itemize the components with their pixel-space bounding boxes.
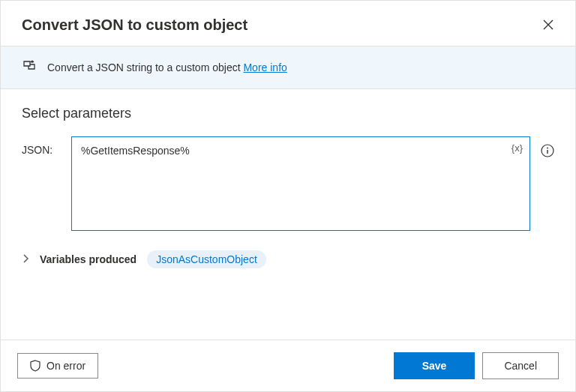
svg-point-1: [547, 148, 548, 149]
banner-description: Convert a JSON string to a custom object: [47, 61, 243, 73]
insert-variable-button[interactable]: {x}: [512, 142, 523, 154]
info-button[interactable]: [541, 144, 554, 160]
title-bar: Convert JSON to custom object: [1, 1, 575, 46]
info-icon: [541, 144, 554, 157]
more-info-link[interactable]: More info: [243, 61, 286, 73]
variables-expand-toggle[interactable]: [22, 253, 29, 266]
action-icon: [22, 58, 37, 76]
close-icon: [543, 19, 554, 30]
variables-produced-label: Variables produced: [40, 253, 136, 265]
close-button[interactable]: [539, 16, 557, 34]
chevron-right-icon: [22, 254, 29, 263]
footer-actions: Save Cancel: [394, 352, 559, 379]
json-input-wrap: {x}: [71, 136, 530, 234]
dialog-footer: On error Save Cancel: [1, 340, 575, 391]
info-banner: Convert a JSON string to a custom object…: [1, 46, 575, 89]
dialog-title: Convert JSON to custom object: [22, 16, 248, 34]
json-label: JSON:: [22, 136, 61, 156]
json-input[interactable]: [71, 136, 530, 231]
variable-chip[interactable]: JsonAsCustomObject: [147, 250, 266, 268]
section-title: Select parameters: [22, 106, 554, 121]
content-area: Select parameters JSON: {x} Variables pr…: [1, 89, 575, 340]
json-field-row: JSON: {x}: [22, 136, 554, 234]
on-error-label: On error: [46, 360, 86, 372]
shield-icon: [30, 360, 40, 372]
banner-text: Convert a JSON string to a custom object…: [47, 61, 287, 73]
save-button[interactable]: Save: [394, 352, 476, 379]
variables-produced-row: Variables produced JsonAsCustomObject: [22, 250, 554, 268]
cancel-button[interactable]: Cancel: [482, 352, 559, 379]
on-error-button[interactable]: On error: [17, 353, 98, 379]
